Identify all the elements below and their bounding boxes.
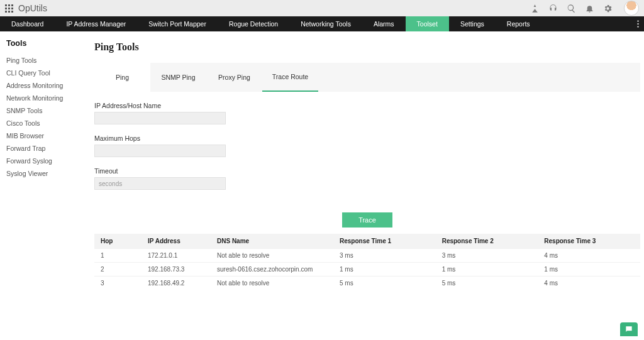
col-dns-name: DNS Name <box>211 234 333 249</box>
trace-button[interactable]: Trace <box>342 212 392 228</box>
col-response-time-1: Response Time 1 <box>333 234 436 249</box>
tabs: PingSNMP PingProxy PingTrace Route <box>94 63 640 92</box>
table-cell: 1 <box>94 249 142 263</box>
trace-row: Trace <box>94 212 640 228</box>
field-ip: IP Address/Host Name <box>94 102 638 124</box>
topbar-left: OpUtils <box>5 3 47 13</box>
table-cell: 4 ms <box>538 277 640 290</box>
sidebar-item-network-monitoring[interactable]: Network Monitoring <box>6 92 75 104</box>
col-ip-address: IP Address <box>142 234 211 249</box>
sidebar-item-cisco-tools[interactable]: Cisco Tools <box>6 117 75 129</box>
topbar-right <box>530 1 639 16</box>
table-row: 3192.168.49.2Not able to resolve5 ms5 ms… <box>94 277 640 290</box>
timeout-label: Timeout <box>94 167 638 175</box>
tab-proxy-ping[interactable]: Proxy Ping <box>206 63 262 92</box>
apps-grid-icon[interactable] <box>5 4 13 13</box>
table-cell: 1 ms <box>333 263 436 277</box>
svg-point-1 <box>637 23 638 25</box>
nav-item-rogue-detection[interactable]: Rogue Detection <box>218 16 289 31</box>
table-cell: 192.168.73.3 <box>142 263 211 277</box>
support-icon[interactable] <box>548 4 558 13</box>
assist-icon[interactable] <box>530 4 540 13</box>
sidebar-list: Ping ToolsCLI Query ToolAddress Monitori… <box>6 54 75 180</box>
nav-item-switch-port-mapper[interactable]: Switch Port Mapper <box>137 16 218 31</box>
nav-item-networking-tools[interactable]: Networking Tools <box>289 16 362 31</box>
sidebar-item-ping-tools[interactable]: Ping Tools <box>6 54 75 67</box>
page-title: Ping Tools <box>94 41 638 53</box>
table-cell: 172.21.0.1 <box>142 249 211 263</box>
col-hop: Hop <box>94 234 142 249</box>
nav-item-ip-address-manager[interactable]: IP Address Manager <box>55 16 137 31</box>
sidebar-item-address-monitoring[interactable]: Address Monitoring <box>6 79 75 92</box>
table-cell: Not able to resolve <box>211 249 333 263</box>
col-response-time-2: Response Time 2 <box>436 234 538 249</box>
sidebar: Tools Ping ToolsCLI Query ToolAddress Mo… <box>0 31 75 340</box>
col-response-time-3: Response Time 3 <box>538 234 640 249</box>
field-hops: Maximum Hops <box>94 134 638 157</box>
table-cell: 3 <box>94 277 142 290</box>
sidebar-item-syslog-viewer[interactable]: Syslog Viewer <box>6 167 75 180</box>
sidebar-item-cli-query-tool[interactable]: CLI Query Tool <box>6 67 75 79</box>
table-cell: 4 ms <box>538 249 640 263</box>
hops-input[interactable] <box>94 145 226 157</box>
sidebar-item-forward-trap[interactable]: Forward Trap <box>6 142 75 155</box>
sidebar-item-snmp-tools[interactable]: SNMP Tools <box>6 104 75 117</box>
search-icon[interactable] <box>567 4 576 13</box>
more-menu-icon[interactable] <box>631 16 644 31</box>
table-cell: Not able to resolve <box>211 277 333 290</box>
ip-label: IP Address/Host Name <box>94 102 638 109</box>
body: Tools Ping ToolsCLI Query ToolAddress Mo… <box>0 31 644 340</box>
hops-label: Maximum Hops <box>94 134 638 142</box>
topbar: OpUtils <box>0 0 644 16</box>
notifications-icon[interactable] <box>585 4 594 13</box>
table-head-row: HopIP AddressDNS NameResponse Time 1Resp… <box>94 234 640 249</box>
brand-name: OpUtils <box>18 3 47 13</box>
table-row: 1172.21.0.1Not able to resolve3 ms3 ms4 … <box>94 249 640 263</box>
settings-icon[interactable] <box>603 4 613 13</box>
table-cell: 3 ms <box>436 249 538 263</box>
table-cell: 3 ms <box>333 249 436 263</box>
tab-trace-route[interactable]: Trace Route <box>262 63 318 92</box>
main: Ping Tools PingSNMP PingProxy PingTrace … <box>75 31 644 340</box>
timeout-input[interactable] <box>94 177 226 190</box>
table-cell: 1 ms <box>436 263 538 277</box>
svg-point-2 <box>637 26 638 27</box>
table-cell: 192.168.49.2 <box>142 277 211 290</box>
chat-widget-icon[interactable] <box>620 322 638 336</box>
results-table: HopIP AddressDNS NameResponse Time 1Resp… <box>94 234 640 290</box>
sidebar-title: Tools <box>6 39 75 48</box>
nav-item-reports[interactable]: Reports <box>496 16 541 31</box>
table-cell: suresh-0616.csez.zohocorpin.com <box>211 263 333 277</box>
ip-input[interactable] <box>94 112 226 124</box>
table-cell: 2 <box>94 263 142 277</box>
nav-item-dashboard[interactable]: Dashboard <box>0 16 55 31</box>
table-cell: 5 ms <box>436 277 538 290</box>
nav-item-alarms[interactable]: Alarms <box>362 16 406 31</box>
avatar[interactable] <box>624 1 639 16</box>
sidebar-item-forward-syslog[interactable]: Forward Syslog <box>6 155 75 167</box>
table-cell: 1 ms <box>538 263 640 277</box>
tab-snmp-ping[interactable]: SNMP Ping <box>150 63 206 92</box>
svg-point-0 <box>637 20 638 21</box>
main-nav: DashboardIP Address ManagerSwitch Port M… <box>0 16 644 31</box>
sidebar-item-mib-browser[interactable]: MIB Browser <box>6 129 75 142</box>
table-cell: 5 ms <box>333 277 436 290</box>
table-row: 2192.168.73.3suresh-0616.csez.zohocorpin… <box>94 263 640 277</box>
nav-item-toolset[interactable]: Toolset <box>406 16 449 31</box>
tab-ping[interactable]: Ping <box>94 63 150 92</box>
field-timeout: Timeout <box>94 167 638 190</box>
table-body: 1172.21.0.1Not able to resolve3 ms3 ms4 … <box>94 249 640 290</box>
nav-item-settings[interactable]: Settings <box>449 16 496 31</box>
